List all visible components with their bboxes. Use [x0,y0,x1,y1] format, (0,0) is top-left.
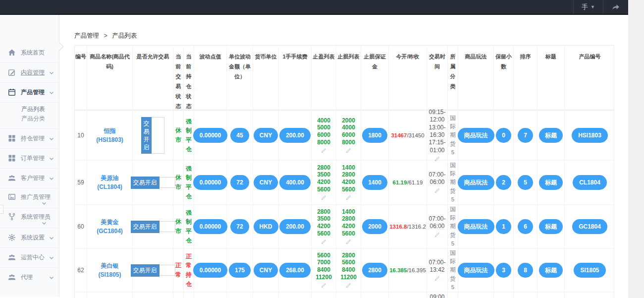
point-value-pill[interactable]: 0.00000 [193,128,227,143]
cell-product_code: HSI1803 [565,111,615,160]
currency-pill[interactable]: CNY [254,175,278,190]
edit-tp-icon[interactable] [321,147,327,154]
cell-trade_status: 休市 [173,161,184,204]
sidebar-item-positions[interactable]: 持仓管理 [0,128,59,148]
currency-pill[interactable]: HKD [254,219,278,234]
decimals-pill[interactable]: 2 [496,175,511,190]
product-row-10: 10恒指(HSI1803)交易开启休市强制平仓0.0000045CNY200.0… [75,110,614,160]
decimals-pill[interactable]: 1 [496,219,511,234]
title-button[interactable]: 标题 [539,128,563,143]
edit-tp-icon[interactable] [321,282,327,289]
sidebar-item-home[interactable]: 系统首页 [0,43,59,62]
product-code-pill[interactable]: GC1804 [572,219,607,234]
playway-button[interactable]: 商品玩法 [458,128,494,143]
edit-time-icon[interactable] [434,275,440,282]
playway-button[interactable]: 商品玩法 [458,175,494,190]
fee-pill[interactable]: 400.00 [279,175,311,190]
product-name-link[interactable]: 美白银(SI1805) [98,261,121,279]
title-button[interactable]: 标题 [539,219,563,234]
edit-time-icon[interactable] [434,232,440,238]
cell-decimals: 3 [494,249,514,292]
sidebar-item-product[interactable]: 产品管理 [0,82,59,102]
margin-pill[interactable]: 2800 [362,263,387,278]
decimals-pill[interactable]: 3 [496,263,511,278]
sort-pill[interactable]: 8 [518,263,533,278]
edit-sl-icon[interactable] [345,194,352,201]
product-name-link[interactable]: 恒指(HSI1803) [96,126,123,144]
cell-sl_list: 1400280042005600 [336,205,361,248]
fee-pill[interactable]: 200.00 [279,219,311,234]
sidebar-subitem[interactable]: 产品列表 [21,105,59,114]
open-prev-values: 31467/31450 [391,132,424,138]
cell-trade_time: 07:00-06:00 [427,205,448,248]
users-icon [8,273,16,282]
margin-pill[interactable]: 2000 [362,219,387,234]
edit-time-icon[interactable] [434,187,440,194]
edit-sl-icon[interactable] [345,282,352,289]
product-code-pill[interactable]: SI1805 [574,263,605,278]
trade-toggle-button[interactable]: 交易开启 [131,264,160,277]
sidebar-item-settings[interactable]: 系统设置 [0,228,59,247]
sidebar-subitem[interactable]: 产品分类 [21,114,59,123]
point-value-pill[interactable]: 0.00000 [193,175,227,190]
trade-toggle-input[interactable] [160,221,175,232]
sidebar-item-content[interactable]: 内容管理 [0,62,59,82]
unit-amount-pill[interactable]: 72 [230,175,249,190]
margin-pill[interactable]: 1400 [362,175,387,190]
chevron-down-icon [42,221,47,225]
edit-tp-icon[interactable] [321,194,327,201]
cell-currency: HKD [253,205,279,248]
cell-name [87,293,133,298]
playway-button[interactable]: 商品玩法 [458,263,494,278]
chevron-down-icon [49,155,54,162]
trade-toggle-button[interactable]: 交易开启 [131,177,160,189]
fee-pill[interactable]: 200.00 [279,128,311,143]
cell-product_code: CL1804 [565,161,615,204]
product-code-pill[interactable]: CL1804 [573,175,607,190]
user-menu[interactable]: 手 ▼ [573,0,603,14]
title-button[interactable]: 标题 [539,175,563,190]
trade-toggle: 交易开启 [131,221,175,233]
trade-toggle-button[interactable]: 交易开启 [141,117,152,154]
trade-toggle-input[interactable] [160,265,175,276]
cell-name: 美原油(CL1804) [87,161,133,204]
sort-pill[interactable]: 5 [518,175,533,190]
trade-toggle-input[interactable] [160,177,175,188]
sidebar-item-promoters[interactable]: 推广员管理 [0,188,59,208]
take-profit-list: 56007000840011200 [316,252,332,281]
margin-pill[interactable]: 1800 [362,128,387,143]
point-value-pill[interactable]: 0.00000 [193,263,227,278]
sidebar-item-customers[interactable]: 客户管理 [0,168,59,188]
currency-pill[interactable]: CNY [254,263,278,278]
currency-pill[interactable]: CNY [254,128,278,143]
cell-point: 0.00000 [194,249,227,292]
decimals-pill[interactable]: 0 [496,128,511,143]
sidebar-item-label: 产品管理 [21,88,45,97]
trade-toggle-button[interactable]: 交易开启 [131,221,160,233]
product-code-pill[interactable]: HSI1803 [572,128,608,143]
fee-pill[interactable]: 268.00 [279,263,311,278]
product-name-link[interactable]: 美原油(CL1804) [97,174,122,191]
edit-tp-icon[interactable] [321,238,327,245]
edit-sl-icon[interactable] [345,238,352,245]
cell-trade_status: 休市 [173,205,184,248]
sort-pill[interactable]: 7 [518,128,533,143]
playway-button[interactable]: 商品玩法 [458,219,494,234]
sidebar-item-agents[interactable]: 代理 [0,267,59,287]
edit-sl-icon[interactable] [345,147,352,154]
breadcrumb-parent[interactable]: 产品管理 [74,32,99,39]
share-button[interactable] [603,0,628,14]
unit-amount-pill[interactable]: 45 [230,128,249,143]
trade-toggle-input[interactable] [152,117,164,154]
title-button[interactable]: 标题 [539,263,563,278]
product-name-link[interactable]: 美黄金(GC1804) [97,218,123,236]
point-value-pill[interactable]: 0.00000 [193,219,227,234]
sidebar-item-operations[interactable]: 运营中心 [0,247,59,267]
cell-point: 0.00000 [194,161,227,204]
sort-pill[interactable]: 6 [518,219,533,234]
sidebar-item-admins[interactable]: 系统管理员 [0,208,59,228]
unit-amount-pill[interactable]: 175 [229,263,251,278]
unit-amount-pill[interactable]: 72 [230,219,249,234]
cell-name: 美黄金(GC1804) [87,205,133,248]
sidebar-item-orders[interactable]: 订单管理 [0,148,59,168]
